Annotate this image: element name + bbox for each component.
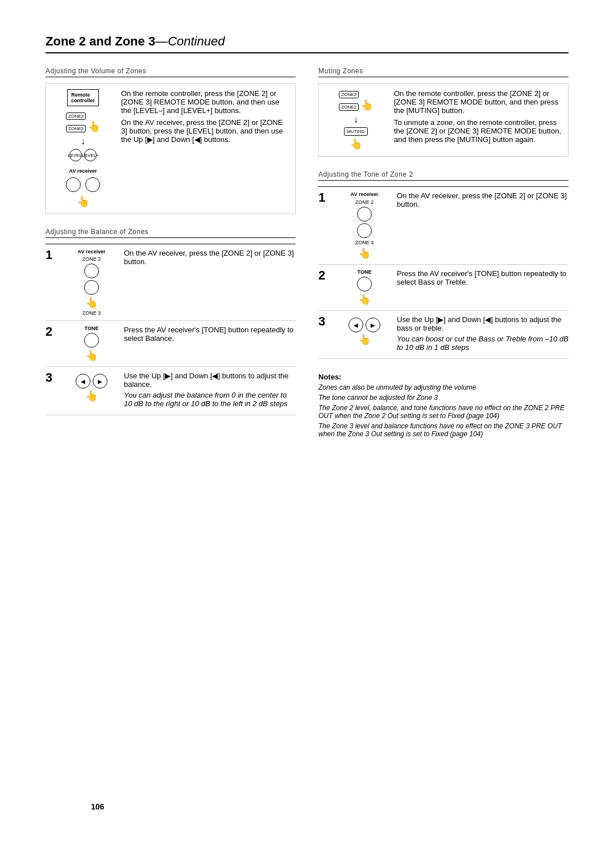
balance-step1-p: On the AV receiver, press the [ZONE 2] o… [124,249,296,266]
tone-step2-num: 2 [318,269,332,282]
volume-section: Adjusting the Volume of Zones Remotecont… [45,67,296,214]
tone-step3-p: Use the Up [▶] and Down [◀] buttons to a… [397,315,569,332]
zone3-btn-remote: ZONE3 [66,112,86,120]
balance-step2-num: 2 [45,326,59,338]
av-receiver-label: AV receiver [69,168,97,174]
note-2: The tone cannot be adjusted for Zone 3 [318,394,569,402]
volume-instruction-box: Remotecontroller ZONE3 ZONE2 👆 ↓ LEVEL- … [45,83,296,214]
muting-text: On the remote controller, press the [ZON… [394,89,562,144]
up-btn-tone: ◀ [349,318,363,332]
tone-step3-num: 3 [318,315,332,328]
balance-step3-p: Use the Up [▶] and Down [◀] buttons to a… [124,372,296,389]
muting-diagram: ZONE3 ZONE2 👆 ↓ MUTING 👆 [325,89,387,151]
tone-step2-diagram: TONE 👆 [339,269,390,306]
arrow-down-icon: ↓ [81,136,85,147]
av-btn-right [85,177,100,192]
page-number: 106 [91,802,104,811]
muting-text-p2: To unmute a zone, on the remote controll… [394,118,562,144]
level-minus-btn: LEVEL- [69,149,82,161]
zone2-circle [84,264,99,278]
muting-hand1-icon: 👆 [360,99,373,111]
tone-step1-text: On the AV receiver, press the [ZONE 2] o… [397,191,569,211]
balance-step2-diagram: TONE 👆 [66,326,117,362]
muting-zone3-btn: ZONE3 [339,91,359,98]
muting-section: Muting Zones ZONE3 ZONE2 👆 ↓ MUTING 👆 [318,67,569,157]
left-column: Adjusting the Volume of Zones Remotecont… [45,67,296,440]
muting-section-title: Muting Zones [318,67,569,77]
hand2-icon: 👆 [85,350,98,361]
tone-step1-num: 1 [318,191,332,204]
tone-step-3: 3 ◀ ▶ 👆 Use the Up [▶] and Down [◀] bu [318,311,569,359]
tone-zone3-circle [357,223,372,238]
volume-text-p1: On the remote controller, press the [ZON… [121,89,289,115]
balance-step3-note: You can adjust the balance from 0 in the… [124,391,296,408]
hand-press2-icon: 👆 [77,196,89,207]
tone-zone2-circle [357,207,372,222]
balance-step3-diagram: ◀ ▶ 👆 [66,372,117,402]
tone-step2-text: Press the AV receiver's [TONE] button re… [397,269,569,289]
balance-section: Adjusting the Balance of Zones 1 AV rece… [45,228,296,415]
tone-hand3-icon: 👆 [358,333,371,346]
balance-step1-diagram: AV receiver ZONE 2 👆 ZONE 3 [66,249,117,316]
zone2-btn-remote: ZONE2 [66,125,86,132]
tone-section-title: Adjusting the Tone of Zone 2 [318,170,569,181]
tone-step-2: 2 TONE 👆 Press the AV receiver's [TONE] … [318,265,569,311]
right-column: Muting Zones ZONE3 ZONE2 👆 ↓ MUTING 👆 [318,67,569,440]
tone-hand2-icon: 👆 [358,294,371,305]
up-btn-balance: ◀ [76,374,90,389]
muting-hand2-icon: 👆 [350,138,362,151]
muting-btn: MUTING [344,127,368,136]
balance-step3-num: 3 [45,372,59,384]
tone-step-1: 1 AV receiver ZONE 2 ZONE 3 👆 [318,186,569,265]
balance-step-1: 1 AV receiver ZONE 2 👆 ZONE 3 [45,244,296,321]
balance-step-2: 2 TONE 👆 Press the AV receiver's [TONE] … [45,321,296,367]
balance-steps: 1 AV receiver ZONE 2 👆 ZONE 3 [45,244,296,415]
volume-text: On the remote controller, press the [ZON… [121,89,289,144]
volume-text-p2: On the AV receiver, press the [ZONE 2] o… [121,118,289,144]
note-4: The Zone 3 level and balance functions h… [318,422,569,438]
hand-press-icon: 👆 [88,121,100,132]
tone-hand1-icon: 👆 [358,247,371,260]
title-suffix: —Continued [155,34,225,48]
down-btn-tone: ▶ [366,318,380,332]
hand3-icon: 👆 [85,390,98,402]
notes-title: Notes: [318,373,569,381]
notes-section: Notes: Zones can also be unmuted by adju… [318,373,569,438]
muting-zone2-btn: ZONE2 [339,103,359,111]
title-text: Zone 2 and Zone 3 [45,34,155,48]
balance-section-title: Adjusting the Balance of Zones [45,228,296,238]
volume-diagram: Remotecontroller ZONE3 ZONE2 👆 ↓ LEVEL- … [52,89,114,208]
remote-controller-label: Remotecontroller [67,89,99,106]
tone-circle [84,333,99,348]
page-title: Zone 2 and Zone 3—Continued [45,34,569,53]
main-content: Adjusting the Volume of Zones Remotecont… [45,67,569,440]
tone-step3-text: Use the Up [▶] and Down [◀] buttons to a… [397,315,569,354]
balance-step2-text: Press the AV receiver's [TONE] button re… [124,326,296,345]
volume-section-title: Adjusting the Volume of Zones [45,67,296,77]
note-1: Zones can also be unmuted by adjusting t… [318,383,569,391]
tone-step1-p: On the AV receiver, press the [ZONE 2] o… [397,191,569,208]
tone2-circle [357,277,372,291]
tone-section: Adjusting the Tone of Zone 2 1 AV receiv… [318,170,569,359]
tone-step1-diagram: AV receiver ZONE 2 ZONE 3 👆 [339,191,390,260]
muting-arrow-icon: ↓ [354,115,358,125]
hand1-icon: 👆 [85,297,98,309]
balance-step-3: 3 ◀ ▶ 👆 Use the Up [▶] and Down [◀] bu [45,367,296,415]
level-plus-btn: LEVEL+ [84,149,97,161]
tone-step3-note: You can boost or cut the Bass or Treble … [397,335,569,352]
muting-text-p1: On the remote controller, press the [ZON… [394,89,562,115]
zone3-circle [84,280,99,295]
page-wrapper: Zone 2 and Zone 3—Continued Adjusting th… [45,34,569,834]
note-3: The Zone 2 level, balance, and tone func… [318,404,569,420]
tone-steps: 1 AV receiver ZONE 2 ZONE 3 👆 [318,186,569,359]
balance-step3-text: Use the Up [▶] and Down [◀] buttons to a… [124,372,296,410]
balance-step1-text: On the AV receiver, press the [ZONE 2] o… [124,249,296,268]
balance-step1-num: 1 [45,249,59,261]
muting-instruction-box: ZONE3 ZONE2 👆 ↓ MUTING 👆 On the remote c… [318,83,569,157]
tone-step3-diagram: ◀ ▶ 👆 [339,315,390,346]
balance-step2-p: Press the AV receiver's [TONE] button re… [124,326,296,343]
tone-step2-p: Press the AV receiver's [TONE] button re… [397,269,569,286]
down-btn-balance: ▶ [93,374,107,389]
av-btn-left [66,177,81,192]
